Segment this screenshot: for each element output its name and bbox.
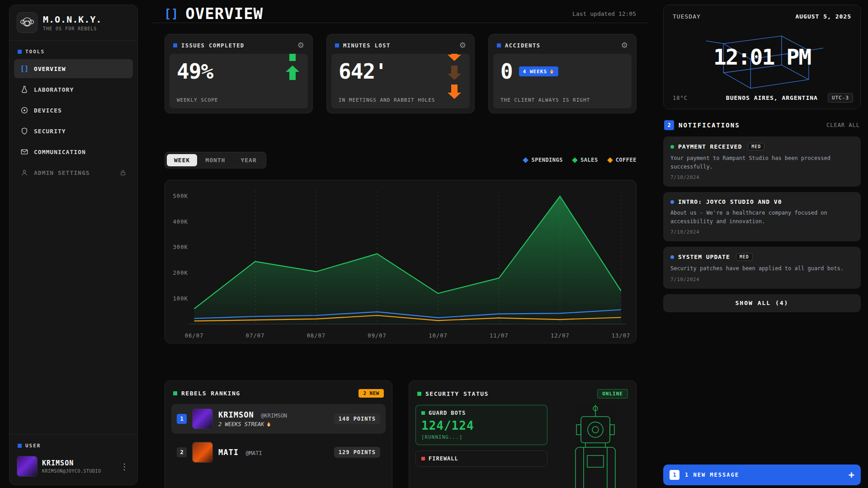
- chart-tab-week[interactable]: WEEK: [167, 154, 197, 166]
- notification-title: PAYMENT RECEIVED: [678, 143, 742, 150]
- envelope-icon: [20, 148, 28, 156]
- sidebar-item-admin-settings[interactable]: ADMIN SETTINGS: [14, 163, 133, 182]
- main-content: [] OVERVIEW Last updated 12:05 ISSUES CO…: [152, 5, 648, 485]
- brackets-icon: []: [20, 65, 28, 73]
- stat-card-minutes: MINUTES LOST ⚙ 642' IN MEETINGS AND RABB…: [326, 34, 475, 113]
- kebab-menu-icon[interactable]: ⋮: [118, 460, 130, 473]
- shield-icon: [20, 127, 28, 135]
- stat-panel: 0 4 WEEKS THE CLIENT ALWAYS IS RIGHT: [493, 54, 632, 108]
- lock-icon: [119, 169, 127, 176]
- stat-label: IN MEETINGS AND RABBIT HOLES: [339, 97, 435, 103]
- svg-text:13/07: 13/07: [612, 333, 631, 339]
- trend-up-arrows: [283, 54, 302, 108]
- settings-icon[interactable]: ⚙: [621, 42, 628, 49]
- rank-streak: 2 WEEKS STREAK: [218, 421, 287, 427]
- clock-day: TUESDAY: [673, 13, 701, 20]
- logo-row: M.O.N.K.Y. THE OS FOR REBELS: [9, 5, 137, 41]
- sidebar-item-devices[interactable]: DEVICES: [14, 101, 133, 120]
- chart-legend: SPENDINGS SALES COFFEE: [524, 157, 637, 163]
- app-subtitle: THE OS FOR REBELS: [43, 26, 102, 31]
- stat-value: 49%: [177, 61, 301, 82]
- legend-coffee: COFFEE: [608, 157, 637, 163]
- temperature: 18°C: [673, 95, 688, 101]
- stat-title: ISSUES COMPLETED: [181, 42, 245, 49]
- plus-icon[interactable]: +: [849, 470, 854, 480]
- stat-label: WEEKLY SCOPE: [177, 97, 218, 103]
- stat-card-issues: ISSUES COMPLETED ⚙ 49% WEEKLY SCOPE: [165, 34, 313, 113]
- svg-text:500K: 500K: [173, 193, 188, 199]
- stat-label: THE CLIENT ALWAYS IS RIGHT: [500, 97, 590, 103]
- app-title: M.O.N.K.Y.: [43, 14, 102, 25]
- user-avatar: [17, 456, 38, 477]
- svg-text:08/07: 08/07: [307, 333, 326, 339]
- user-card[interactable]: KRIMSON KRIMSON@JOYCO.STUDIO ⋮: [9, 453, 137, 479]
- clear-all-button[interactable]: CLEAR ALL: [826, 122, 860, 128]
- guard-value: 124/124: [421, 419, 542, 432]
- rank-name: KRIMSON: [218, 410, 254, 419]
- monkey-logo-icon: [17, 12, 38, 33]
- status-dot: [670, 255, 674, 259]
- svg-text:100K: 100K: [173, 296, 188, 302]
- clock-date: AUGUST 5, 2025: [795, 13, 851, 20]
- sidebar-item-communication[interactable]: COMMUNICATION: [14, 142, 133, 161]
- firewall-bullet: [421, 457, 425, 460]
- notification-date: 7/10/2024: [670, 174, 854, 180]
- points-badge: 129 POINTS: [334, 447, 380, 458]
- notification-item[interactable]: SYSTEM UPDATE MED Security patches have …: [663, 247, 861, 289]
- severity-badge: MED: [748, 143, 764, 150]
- arrow-down-icon: [448, 54, 461, 61]
- status-dot: [670, 145, 674, 149]
- brackets-icon: []: [164, 7, 178, 20]
- rank-number: 2: [177, 447, 187, 457]
- message-text: 1 NEW MESSAGE: [685, 472, 739, 478]
- ranking-row[interactable]: 1 KRIMSON @KRIMSON 2 WEEKS STREAK 148 PO…: [171, 404, 386, 434]
- notifications-count-badge: 2: [664, 120, 674, 130]
- location: BUENOS AIRES, ARGENTINA: [726, 94, 818, 101]
- notifications-title: NOTIFICATIONS: [679, 122, 740, 129]
- sidebar-nav: [] OVERVIEW LABORATORY DEVICES SECURITY …: [9, 59, 137, 182]
- sidebar: M.O.N.K.Y. THE OS FOR REBELS TOOLS [] OV…: [9, 5, 138, 485]
- chart-tab-year[interactable]: YEAR: [233, 154, 264, 166]
- page-title: OVERVIEW: [185, 5, 263, 23]
- person-icon: [20, 169, 28, 177]
- message-count-badge: 1: [670, 470, 679, 480]
- area-chart: 100K200K300K400K500K06/0707/0708/0709/07…: [165, 180, 637, 343]
- notification-body: Your payment to Rampant Studio has been …: [670, 154, 854, 171]
- stat-title: ACCIDENTS: [505, 42, 541, 49]
- show-all-button[interactable]: SHOW ALL (4): [663, 294, 861, 312]
- settings-icon[interactable]: ⚙: [459, 42, 466, 49]
- notification-title: INTRO: JOYCO STUDIO AND V0: [678, 198, 782, 205]
- notification-title: SYSTEM UPDATE: [678, 253, 730, 260]
- flame-icon: [266, 421, 271, 427]
- chart-section: WEEK MONTH YEAR SPENDINGS SALES: [165, 151, 637, 343]
- streak-badge: 4 WEEKS: [519, 66, 558, 76]
- sidebar-item-overview[interactable]: [] OVERVIEW: [14, 59, 133, 78]
- clock-card: TUESDAY AUGUST 5, 2025 12:01 PM 18°C BUE…: [663, 5, 861, 109]
- chart-tab-month[interactable]: MONTH: [198, 154, 232, 166]
- new-message-bar[interactable]: 1 1 NEW MESSAGE +: [663, 465, 861, 485]
- svg-text:200K: 200K: [173, 270, 188, 276]
- svg-text:300K: 300K: [173, 244, 188, 250]
- disc-icon: [20, 106, 28, 114]
- settings-icon[interactable]: ⚙: [297, 42, 304, 49]
- flask-icon: [20, 85, 28, 94]
- chart-range-tabs: WEEK MONTH YEAR: [165, 152, 266, 169]
- section-bullet: [173, 391, 177, 395]
- ranking-row[interactable]: 2 MATI @MATI 129 POINTS: [171, 437, 386, 467]
- stat-card-accidents: ACCIDENTS ⚙ 0 4 WEEKS THE CLIENT ALWAYS …: [488, 34, 637, 113]
- notification-item[interactable]: INTRO: JOYCO STUDIO AND V0 About us - We…: [663, 192, 861, 241]
- clock-time: 12:01 PM: [713, 44, 811, 70]
- rebels-ranking-card: REBELS RANKING 2 NEW 1 KRIMSON @KRIMSON …: [165, 380, 392, 488]
- sidebar-item-security[interactable]: SECURITY: [14, 122, 133, 141]
- notification-item[interactable]: PAYMENT RECEIVED MED Your payment to Ram…: [663, 136, 861, 187]
- avatar: [192, 408, 213, 429]
- sidebar-item-laboratory[interactable]: LABORATORY: [14, 80, 133, 99]
- main-inner: ISSUES COMPLETED ⚙ 49% WEEKLY SCOPE MINU…: [152, 23, 648, 488]
- arrow-up-icon: [286, 66, 299, 80]
- stat-bullet: [173, 43, 177, 47]
- user-name: KRIMSON: [42, 459, 101, 467]
- stat-panel: 642' IN MEETINGS AND RABBIT HOLES: [331, 54, 470, 108]
- guard-bullet: [421, 411, 425, 415]
- flame-icon: [549, 68, 554, 75]
- svg-text:09/07: 09/07: [368, 333, 387, 339]
